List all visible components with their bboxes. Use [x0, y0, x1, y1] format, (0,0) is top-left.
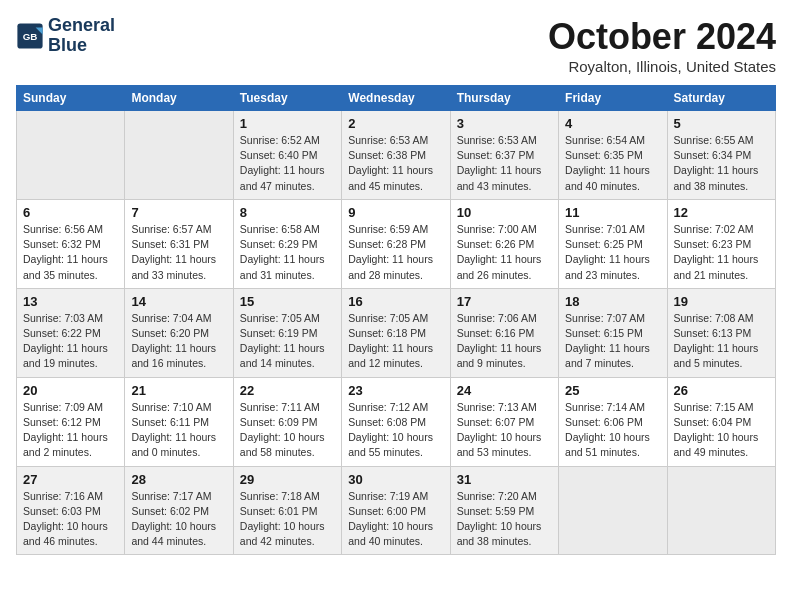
day-info: Sunrise: 7:20 AM Sunset: 5:59 PM Dayligh… [457, 489, 552, 550]
day-number: 30 [348, 472, 443, 487]
weekday-header: Wednesday [342, 86, 450, 111]
calendar-day-cell: 20Sunrise: 7:09 AM Sunset: 6:12 PM Dayli… [17, 377, 125, 466]
day-number: 22 [240, 383, 335, 398]
day-number: 31 [457, 472, 552, 487]
day-info: Sunrise: 7:11 AM Sunset: 6:09 PM Dayligh… [240, 400, 335, 461]
calendar-day-cell: 13Sunrise: 7:03 AM Sunset: 6:22 PM Dayli… [17, 288, 125, 377]
day-info: Sunrise: 6:56 AM Sunset: 6:32 PM Dayligh… [23, 222, 118, 283]
day-info: Sunrise: 7:01 AM Sunset: 6:25 PM Dayligh… [565, 222, 660, 283]
day-info: Sunrise: 6:52 AM Sunset: 6:40 PM Dayligh… [240, 133, 335, 194]
calendar-day-cell: 25Sunrise: 7:14 AM Sunset: 6:06 PM Dayli… [559, 377, 667, 466]
day-info: Sunrise: 7:09 AM Sunset: 6:12 PM Dayligh… [23, 400, 118, 461]
page-header: GB General Blue October 2024 Royalton, I… [16, 16, 776, 75]
calendar-day-cell [125, 111, 233, 200]
day-info: Sunrise: 6:59 AM Sunset: 6:28 PM Dayligh… [348, 222, 443, 283]
calendar-day-cell: 8Sunrise: 6:58 AM Sunset: 6:29 PM Daylig… [233, 199, 341, 288]
day-info: Sunrise: 7:14 AM Sunset: 6:06 PM Dayligh… [565, 400, 660, 461]
calendar-day-cell: 12Sunrise: 7:02 AM Sunset: 6:23 PM Dayli… [667, 199, 775, 288]
calendar-day-cell: 5Sunrise: 6:55 AM Sunset: 6:34 PM Daylig… [667, 111, 775, 200]
day-number: 11 [565, 205, 660, 220]
weekday-header: Thursday [450, 86, 558, 111]
day-number: 17 [457, 294, 552, 309]
day-info: Sunrise: 7:17 AM Sunset: 6:02 PM Dayligh… [131, 489, 226, 550]
day-info: Sunrise: 7:07 AM Sunset: 6:15 PM Dayligh… [565, 311, 660, 372]
day-info: Sunrise: 7:06 AM Sunset: 6:16 PM Dayligh… [457, 311, 552, 372]
weekday-header: Saturday [667, 86, 775, 111]
calendar-day-cell: 9Sunrise: 6:59 AM Sunset: 6:28 PM Daylig… [342, 199, 450, 288]
calendar-day-cell: 1Sunrise: 6:52 AM Sunset: 6:40 PM Daylig… [233, 111, 341, 200]
day-number: 8 [240, 205, 335, 220]
day-number: 14 [131, 294, 226, 309]
day-number: 12 [674, 205, 769, 220]
calendar-day-cell [17, 111, 125, 200]
day-number: 28 [131, 472, 226, 487]
day-info: Sunrise: 7:08 AM Sunset: 6:13 PM Dayligh… [674, 311, 769, 372]
day-number: 4 [565, 116, 660, 131]
day-number: 21 [131, 383, 226, 398]
calendar-day-cell: 19Sunrise: 7:08 AM Sunset: 6:13 PM Dayli… [667, 288, 775, 377]
day-number: 24 [457, 383, 552, 398]
day-number: 6 [23, 205, 118, 220]
calendar-day-cell: 7Sunrise: 6:57 AM Sunset: 6:31 PM Daylig… [125, 199, 233, 288]
calendar-day-cell: 14Sunrise: 7:04 AM Sunset: 6:20 PM Dayli… [125, 288, 233, 377]
day-number: 19 [674, 294, 769, 309]
calendar-day-cell: 26Sunrise: 7:15 AM Sunset: 6:04 PM Dayli… [667, 377, 775, 466]
logo: GB General Blue [16, 16, 115, 56]
calendar-day-cell: 27Sunrise: 7:16 AM Sunset: 6:03 PM Dayli… [17, 466, 125, 555]
day-number: 13 [23, 294, 118, 309]
day-info: Sunrise: 6:55 AM Sunset: 6:34 PM Dayligh… [674, 133, 769, 194]
day-info: Sunrise: 6:54 AM Sunset: 6:35 PM Dayligh… [565, 133, 660, 194]
calendar-day-cell: 6Sunrise: 6:56 AM Sunset: 6:32 PM Daylig… [17, 199, 125, 288]
day-info: Sunrise: 7:19 AM Sunset: 6:00 PM Dayligh… [348, 489, 443, 550]
day-number: 26 [674, 383, 769, 398]
weekday-header: Tuesday [233, 86, 341, 111]
calendar-day-cell: 30Sunrise: 7:19 AM Sunset: 6:00 PM Dayli… [342, 466, 450, 555]
calendar-day-cell: 23Sunrise: 7:12 AM Sunset: 6:08 PM Dayli… [342, 377, 450, 466]
day-number: 15 [240, 294, 335, 309]
day-number: 27 [23, 472, 118, 487]
calendar-day-cell: 31Sunrise: 7:20 AM Sunset: 5:59 PM Dayli… [450, 466, 558, 555]
day-info: Sunrise: 7:05 AM Sunset: 6:18 PM Dayligh… [348, 311, 443, 372]
day-info: Sunrise: 6:57 AM Sunset: 6:31 PM Dayligh… [131, 222, 226, 283]
day-info: Sunrise: 7:13 AM Sunset: 6:07 PM Dayligh… [457, 400, 552, 461]
logo-icon: GB [16, 22, 44, 50]
calendar-day-cell: 15Sunrise: 7:05 AM Sunset: 6:19 PM Dayli… [233, 288, 341, 377]
title-block: October 2024 Royalton, Illinois, United … [548, 16, 776, 75]
calendar-day-cell: 29Sunrise: 7:18 AM Sunset: 6:01 PM Dayli… [233, 466, 341, 555]
day-number: 5 [674, 116, 769, 131]
calendar-day-cell: 22Sunrise: 7:11 AM Sunset: 6:09 PM Dayli… [233, 377, 341, 466]
day-info: Sunrise: 6:53 AM Sunset: 6:38 PM Dayligh… [348, 133, 443, 194]
day-number: 7 [131, 205, 226, 220]
day-info: Sunrise: 7:16 AM Sunset: 6:03 PM Dayligh… [23, 489, 118, 550]
logo-text: General Blue [48, 16, 115, 56]
day-info: Sunrise: 7:15 AM Sunset: 6:04 PM Dayligh… [674, 400, 769, 461]
calendar-header-row: SundayMondayTuesdayWednesdayThursdayFrid… [17, 86, 776, 111]
calendar-day-cell: 10Sunrise: 7:00 AM Sunset: 6:26 PM Dayli… [450, 199, 558, 288]
day-info: Sunrise: 7:03 AM Sunset: 6:22 PM Dayligh… [23, 311, 118, 372]
day-number: 20 [23, 383, 118, 398]
day-info: Sunrise: 7:10 AM Sunset: 6:11 PM Dayligh… [131, 400, 226, 461]
day-number: 9 [348, 205, 443, 220]
calendar-day-cell: 18Sunrise: 7:07 AM Sunset: 6:15 PM Dayli… [559, 288, 667, 377]
day-info: Sunrise: 7:12 AM Sunset: 6:08 PM Dayligh… [348, 400, 443, 461]
calendar-day-cell: 17Sunrise: 7:06 AM Sunset: 6:16 PM Dayli… [450, 288, 558, 377]
weekday-header: Monday [125, 86, 233, 111]
svg-text:GB: GB [23, 31, 38, 42]
calendar-day-cell: 24Sunrise: 7:13 AM Sunset: 6:07 PM Dayli… [450, 377, 558, 466]
calendar-day-cell: 11Sunrise: 7:01 AM Sunset: 6:25 PM Dayli… [559, 199, 667, 288]
calendar-day-cell [559, 466, 667, 555]
day-info: Sunrise: 7:05 AM Sunset: 6:19 PM Dayligh… [240, 311, 335, 372]
calendar-week-row: 20Sunrise: 7:09 AM Sunset: 6:12 PM Dayli… [17, 377, 776, 466]
day-info: Sunrise: 6:53 AM Sunset: 6:37 PM Dayligh… [457, 133, 552, 194]
weekday-header: Friday [559, 86, 667, 111]
calendar-day-cell: 21Sunrise: 7:10 AM Sunset: 6:11 PM Dayli… [125, 377, 233, 466]
calendar-day-cell: 4Sunrise: 6:54 AM Sunset: 6:35 PM Daylig… [559, 111, 667, 200]
calendar-day-cell: 28Sunrise: 7:17 AM Sunset: 6:02 PM Dayli… [125, 466, 233, 555]
weekday-header: Sunday [17, 86, 125, 111]
day-info: Sunrise: 7:00 AM Sunset: 6:26 PM Dayligh… [457, 222, 552, 283]
calendar-day-cell: 3Sunrise: 6:53 AM Sunset: 6:37 PM Daylig… [450, 111, 558, 200]
day-number: 29 [240, 472, 335, 487]
calendar-week-row: 1Sunrise: 6:52 AM Sunset: 6:40 PM Daylig… [17, 111, 776, 200]
calendar-day-cell: 16Sunrise: 7:05 AM Sunset: 6:18 PM Dayli… [342, 288, 450, 377]
day-number: 25 [565, 383, 660, 398]
